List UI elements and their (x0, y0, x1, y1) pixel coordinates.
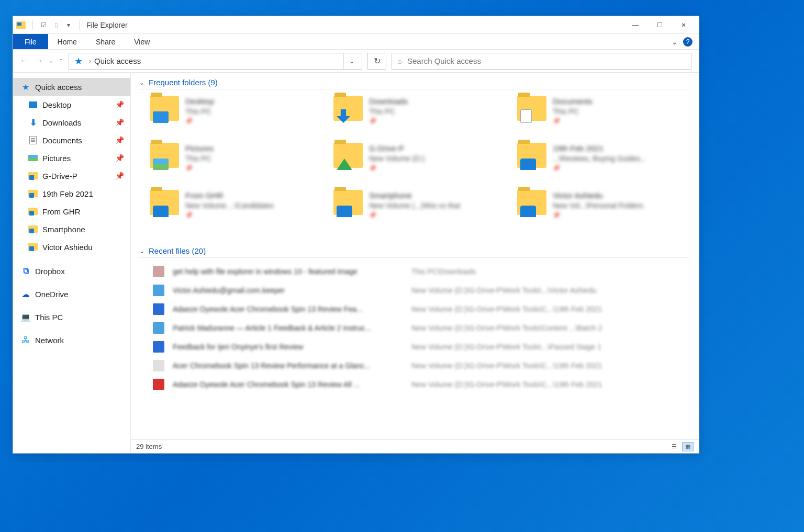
ribbon-tabs: File Home Share View ⌄ ? (13, 34, 699, 50)
folder-label: PicturesThis PC📌 (185, 143, 214, 172)
recent-file[interactable]: Adaeze Oyewole Acer Chromebook Spin 13 R… (153, 301, 690, 318)
file-icon (153, 341, 164, 353)
recent-file[interactable]: Feedback for Ijeri Onyinye's first Revie… (153, 338, 690, 355)
address-dropdown-icon[interactable]: ⌄ (343, 53, 360, 69)
address-bar[interactable]: ★ › Quick access ⌄ (69, 53, 362, 70)
sidebar-item[interactable]: ⬇Downloads📌 (13, 114, 130, 131)
breadcrumb[interactable]: Quick access (94, 56, 141, 65)
sidebar-item-label: Documents (42, 136, 82, 145)
frequent-folder[interactable]: SmartphoneNew Volume (...)\this vs that📌 (333, 190, 507, 235)
folder-label: Victor AshieduNew Vol...\Personal Folder… (553, 190, 643, 219)
window-icon[interactable] (16, 20, 26, 30)
folder-icon (517, 96, 546, 121)
group-recent-files[interactable]: ⌄ Recent files (20) (139, 243, 690, 258)
file-name: Acer Chromebook Spin 13 Review Performan… (173, 361, 403, 370)
sidebar-root[interactable]: 💻This PC (13, 308, 130, 326)
item-count: 29 items (136, 443, 162, 450)
qat-customize-icon[interactable]: ▾ (64, 20, 73, 30)
sidebar-item[interactable]: G-Drive-P📌 (13, 167, 130, 185)
view-large-icons-button[interactable]: ▦ (682, 442, 694, 451)
pin-icon: 📌 (115, 172, 124, 180)
sidebar-item[interactable]: Pictures📌 (13, 149, 130, 167)
minimize-button[interactable]: — (623, 16, 647, 34)
group-label: Frequent folders (9) (149, 78, 218, 87)
content-pane[interactable]: ⌄ Frequent folders (9) DesktopThis PC📌Do… (131, 73, 699, 439)
folder-icon (333, 190, 363, 215)
sidebar-item[interactable]: Desktop📌 (13, 96, 130, 114)
sidebar-quick-access[interactable]: ★ Quick access (13, 78, 130, 96)
nav-back-button[interactable]: ← (19, 55, 29, 66)
sidebar-item-label: Dropbox (35, 267, 65, 276)
frequent-folder[interactable]: DownloadsThis PC📌 (333, 96, 507, 141)
folder-label: DownloadsThis PC📌 (369, 96, 408, 125)
search-input[interactable] (407, 56, 686, 65)
frequent-folder[interactable]: DocumentsThis PC📌 (517, 96, 690, 141)
frequent-folder[interactable]: From GHRNew Volume ...\Candidates📌 (150, 190, 323, 235)
sidebar-item-label: OneDrive (35, 290, 68, 299)
folder-label: G-Drive-PNew Volume (D:)📌 (369, 143, 425, 172)
sidebar-item[interactable]: Smartphone (13, 220, 130, 238)
frequent-folder[interactable]: Victor AshieduNew Vol...\Personal Folder… (517, 190, 690, 235)
file-icon (153, 303, 164, 315)
qat: ☑ ▯ ▾ (16, 20, 83, 30)
frequent-folder[interactable]: 19th Feb 2021...\Reviews, Buying Guides.… (517, 143, 690, 188)
nav-recent-dropdown[interactable]: ⌄ (49, 58, 53, 64)
qat-properties-icon[interactable]: ☑ (39, 20, 48, 30)
sidebar-item-label: Smartphone (42, 225, 85, 234)
recent-file[interactable]: Victor.Ashiedu@gmail.com.keeperNew Volum… (153, 282, 690, 299)
file-name: Feedback for Ijeri Onyinye's first Revie… (173, 343, 403, 351)
quick-access-icon: ★ (74, 55, 83, 67)
sidebar-item[interactable]: From GHR (13, 202, 130, 220)
search-box[interactable]: ⌕ (392, 53, 691, 70)
tab-home[interactable]: Home (48, 34, 86, 49)
tab-share[interactable]: Share (86, 34, 125, 49)
frequent-folder[interactable]: PicturesThis PC📌 (150, 143, 323, 188)
file-path: New Volume (D:)\G-Drive-P\Work Tools\Con… (411, 324, 690, 332)
recent-file[interactable]: Patrick Maduranne — Article 1 Feedback &… (153, 320, 690, 336)
breadcrumb-chevron-icon[interactable]: › (89, 58, 91, 65)
qat-newfolder-icon[interactable]: ▯ (51, 20, 61, 30)
maximize-button[interactable]: ☐ (647, 16, 672, 34)
file-name: get help with file explorer in windows 1… (173, 267, 403, 276)
folder-icon (333, 143, 363, 168)
close-button[interactable]: ✕ (672, 16, 696, 34)
help-icon[interactable]: ? (683, 37, 693, 47)
group-frequent-folders[interactable]: ⌄ Frequent folders (9) (139, 75, 690, 89)
sidebar-root[interactable]: ⧉Dropbox (13, 262, 130, 280)
sidebar-item[interactable]: 19th Feb 2021 (13, 185, 130, 202)
folder-icon (150, 190, 179, 215)
status-bar: 29 items ☰ ▦ (131, 439, 699, 453)
folder-label: 19th Feb 2021...\Reviews, Buying Guides.… (553, 143, 646, 172)
folder-icon (333, 96, 363, 121)
tab-view[interactable]: View (125, 34, 159, 49)
file-name: Adaeze Oyewole Acer Chromebook Spin 13 R… (173, 380, 403, 389)
sidebar-root[interactable]: 🖧Network (13, 331, 130, 349)
frequent-folder[interactable]: G-Drive-PNew Volume (D:)📌 (333, 143, 507, 188)
folder-label: DesktopThis PC📌 (185, 96, 214, 125)
recent-file[interactable]: get help with file explorer in windows 1… (153, 263, 690, 280)
group-label: Recent files (20) (149, 246, 206, 255)
file-name: Adaeze Oyewole Acer Chromebook Spin 13 R… (173, 305, 403, 313)
folder-label: DocumentsThis PC📌 (553, 96, 593, 125)
navigation-pane[interactable]: ★ Quick access Desktop📌⬇Downloads📌Docume… (13, 73, 131, 453)
recent-file[interactable]: Adaeze Oyewole Acer Chromebook Spin 13 R… (153, 376, 690, 393)
refresh-button[interactable]: ↻ (367, 53, 386, 70)
sidebar-item[interactable]: Victor Ashiedu (13, 238, 130, 256)
folder-label: SmartphoneNew Volume (...)\this vs that📌 (369, 190, 460, 219)
view-details-button[interactable]: ☰ (668, 442, 680, 451)
frequent-folder[interactable]: DesktopThis PC📌 (150, 96, 323, 141)
sidebar-root[interactable]: ☁OneDrive (13, 285, 130, 303)
sidebar-item-label: Downloads (42, 118, 81, 127)
file-icon (153, 266, 164, 277)
sidebar-item[interactable]: Documents📌 (13, 131, 130, 149)
ribbon-expand-icon[interactable]: ⌄ (672, 38, 678, 46)
file-tab[interactable]: File (13, 34, 48, 49)
recent-file[interactable]: Acer Chromebook Spin 13 Review Performan… (153, 357, 690, 374)
titlebar: ☑ ▯ ▾ File Explorer — ☐ ✕ (13, 16, 699, 34)
folder-icon (517, 143, 546, 168)
file-name: Patrick Maduranne — Article 1 Feedback &… (173, 324, 403, 332)
nav-forward-button[interactable]: → (34, 55, 43, 66)
sidebar-item-label: Network (35, 336, 64, 345)
nav-up-button[interactable]: ↑ (59, 55, 63, 66)
file-name: Victor.Ashiedu@gmail.com.keeper (173, 286, 403, 295)
